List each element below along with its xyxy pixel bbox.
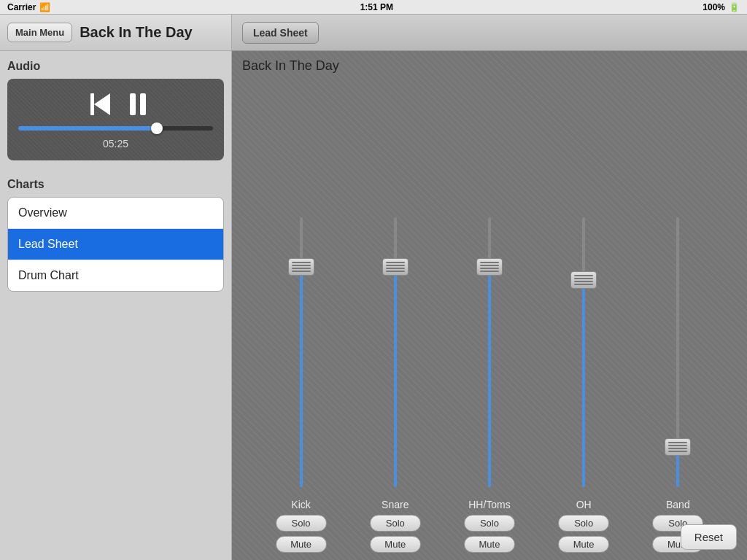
sidebar-title: Back In The Day: [80, 24, 193, 41]
main-menu-button[interactable]: Main Menu: [7, 23, 72, 42]
channel-strip-hh-toms: HH/TomsSoloMute: [453, 217, 526, 553]
mute-button-snare[interactable]: Mute: [370, 536, 421, 553]
fader-container-band: [676, 217, 679, 494]
mute-button-hh-toms[interactable]: Mute: [464, 536, 515, 553]
fader-container-snare: [394, 217, 397, 494]
fader-container-kick: [300, 217, 303, 494]
pause-button[interactable]: [130, 93, 146, 115]
content-header: Lead Sheet: [232, 15, 747, 51]
solo-button-oh[interactable]: Solo: [558, 515, 609, 532]
time-display: 05:25: [103, 138, 128, 149]
wifi-icon: 📶: [39, 2, 50, 12]
fader-fill-kick: [300, 271, 303, 487]
progress-bar[interactable]: [18, 126, 213, 131]
chart-item-lead-sheet[interactable]: Lead Sheet: [8, 229, 223, 260]
audio-section: Audio: [0, 51, 231, 169]
fader-handle-kick[interactable]: [288, 258, 314, 276]
fader-track-band[interactable]: [676, 217, 679, 487]
status-bar: Carrier 📶 1:51 PM 100% 🔋: [0, 0, 747, 15]
channel-label-hh-toms: HH/Toms: [468, 499, 511, 510]
channel-strip-oh: OHSoloMute: [547, 217, 620, 553]
time-display: 1:51 PM: [360, 2, 393, 12]
audio-section-label: Audio: [7, 60, 224, 73]
mixer-area: KickSoloMuteSnareSoloMuteHH/TomsSoloMute…: [232, 77, 747, 560]
sidebar-header: Main Menu Back In The Day: [0, 15, 231, 51]
chart-item-overview[interactable]: Overview: [8, 198, 223, 229]
charts-section: Charts OverviewLead SheetDrum Chart: [0, 169, 231, 300]
battery-label: 100%: [703, 2, 725, 12]
carrier-label: Carrier: [7, 2, 36, 12]
charts-section-label: Charts: [7, 178, 224, 191]
fader-handle-band[interactable]: [665, 438, 691, 456]
channel-strip-snare: SnareSoloMute: [359, 217, 432, 553]
channel-strip-band: BandSoloMute: [641, 217, 714, 553]
fader-fill-oh: [582, 285, 585, 488]
fader-track-snare[interactable]: [394, 217, 397, 487]
lead-sheet-tab[interactable]: Lead Sheet: [242, 22, 319, 44]
charts-list: OverviewLead SheetDrum Chart: [7, 197, 224, 292]
fader-track-hh-toms[interactable]: [488, 217, 491, 487]
channel-label-snare: Snare: [382, 499, 409, 510]
rewind-button[interactable]: [86, 90, 115, 119]
main-container: Main Menu Back In The Day Audio: [0, 15, 747, 560]
fader-handle-snare[interactable]: [382, 258, 409, 276]
fader-container-oh: [582, 217, 585, 494]
progress-thumb[interactable]: [151, 122, 163, 134]
mute-button-kick[interactable]: Mute: [276, 536, 327, 553]
fader-track-oh[interactable]: [582, 217, 585, 487]
channel-strip-kick: KickSoloMute: [265, 217, 338, 553]
fader-track-kick[interactable]: [300, 217, 303, 487]
fader-fill-hh-toms: [488, 271, 491, 487]
fader-handle-hh-toms[interactable]: [476, 258, 503, 276]
content-title: Back In The Day: [232, 51, 747, 77]
solo-button-snare[interactable]: Solo: [370, 515, 421, 532]
sidebar: Main Menu Back In The Day Audio: [0, 15, 232, 560]
channel-label-band: Band: [666, 499, 690, 510]
solo-button-kick[interactable]: Solo: [276, 515, 327, 532]
fader-fill-snare: [394, 271, 397, 487]
fader-container-hh-toms: [488, 217, 491, 494]
fader-handle-oh[interactable]: [570, 271, 597, 289]
player-controls: [86, 90, 146, 119]
audio-player: 05:25: [7, 79, 224, 160]
reset-button[interactable]: Reset: [681, 524, 737, 550]
solo-button-hh-toms[interactable]: Solo: [464, 515, 515, 532]
battery-icon: 🔋: [729, 2, 740, 12]
channel-label-oh: OH: [576, 499, 592, 510]
mute-button-oh[interactable]: Mute: [558, 536, 609, 553]
main-content: Lead Sheet Back In The Day KickSoloMuteS…: [232, 15, 747, 560]
chart-item-drum-chart[interactable]: Drum Chart: [8, 260, 223, 291]
progress-fill: [18, 126, 155, 131]
channel-label-kick: Kick: [291, 499, 310, 510]
